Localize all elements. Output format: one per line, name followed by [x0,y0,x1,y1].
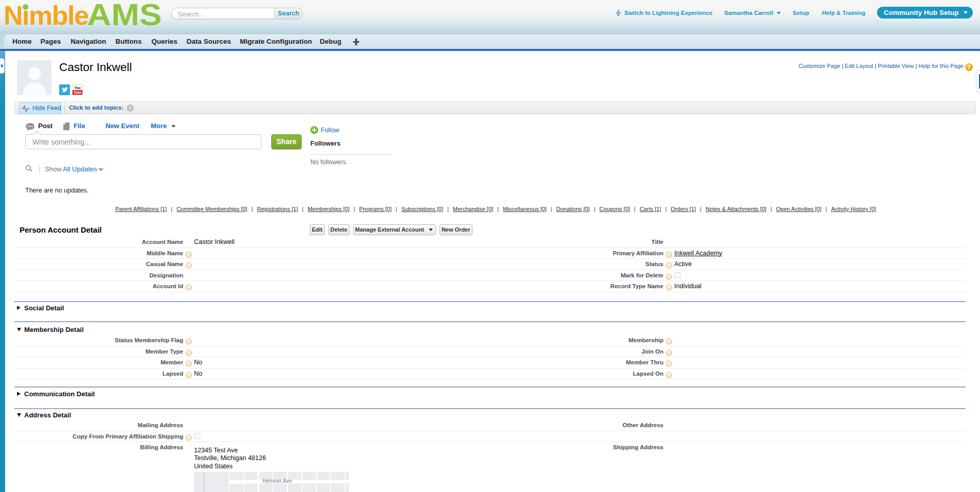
svg-text:You: You [75,86,81,90]
svg-text:Tube: Tube [74,91,81,94]
svg-text:Henson Ave: Henson Ave [262,478,292,484]
